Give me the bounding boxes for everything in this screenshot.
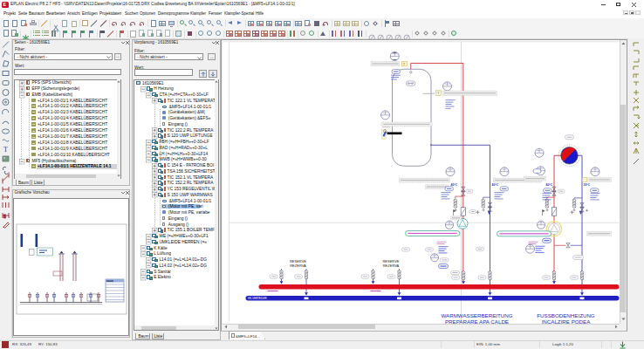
- svg-text:T: T: [437, 91, 440, 95]
- svg-text:40°C: 40°C: [450, 183, 457, 187]
- svg-text:WARMWASSERBEREITUNG: WARMWASSERBEREITUNG: [441, 312, 512, 318]
- svg-text:REZERVA: REZERVA: [290, 263, 306, 268]
- svg-text:5: 5: [3, 214, 6, 219]
- svg-text:T: T: [402, 62, 405, 66]
- svg-text:HK-VERTEILER: HK-VERTEILER: [248, 297, 268, 300]
- svg-text:FUSSBODENHEIZUNG: FUSSBODENHEIZUNG: [537, 312, 595, 318]
- svg-text:30°C: 30°C: [583, 183, 590, 187]
- svg-text:40°C: 40°C: [491, 183, 498, 187]
- svg-text:REZERVA: REZERVA: [382, 263, 399, 268]
- svg-text:40°C: 40°C: [545, 183, 552, 187]
- svg-text:T: T: [3, 146, 8, 154]
